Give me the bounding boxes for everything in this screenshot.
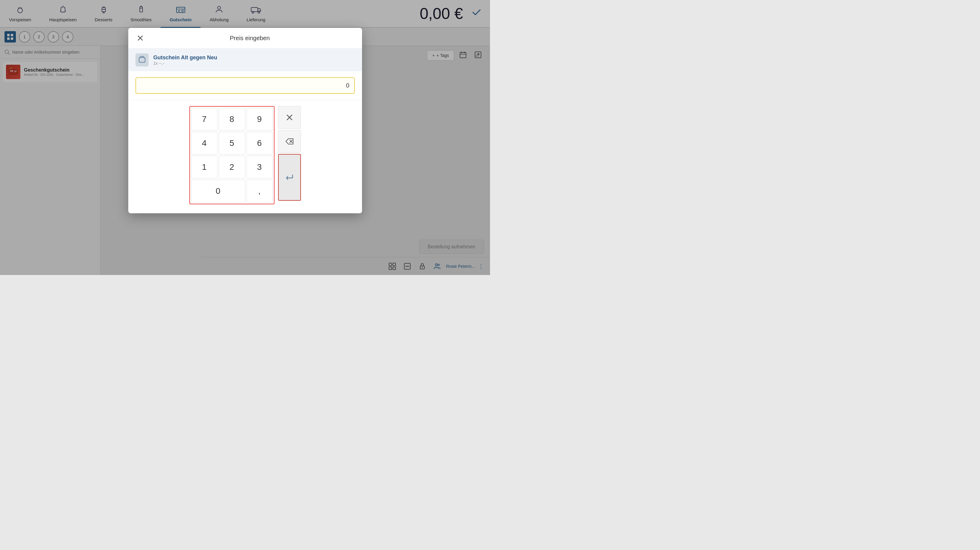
svg-rect-49 xyxy=(139,57,145,62)
price-input-modal: Preis eingeben Gutschein Alt gegen Neu 1… xyxy=(128,28,362,213)
modal-product-row: Gutschein Alt gegen Neu 1x --,- xyxy=(128,49,362,71)
numpad-5[interactable]: 5 xyxy=(219,132,245,154)
side-buttons xyxy=(278,106,301,204)
modal-title: Preis eingeben xyxy=(145,35,355,41)
numpad-area: 7 8 9 4 5 6 1 2 3 0 , xyxy=(128,100,362,213)
modal-product-info: Gutschein Alt gegen Neu 1x --,- xyxy=(153,54,217,65)
modal-header: Preis eingeben xyxy=(128,28,362,49)
modal-product-icon xyxy=(135,53,149,67)
numpad-grid: 7 8 9 4 5 6 1 2 3 0 , xyxy=(189,106,275,204)
numpad-6[interactable]: 6 xyxy=(247,132,273,154)
numpad-8[interactable]: 8 xyxy=(219,108,245,130)
numpad-1[interactable]: 1 xyxy=(191,156,218,178)
numpad-0[interactable]: 0 xyxy=(191,180,245,202)
numpad-9[interactable]: 9 xyxy=(247,108,273,130)
backspace-button[interactable] xyxy=(278,130,301,153)
modal-overlay: Preis eingeben Gutschein Alt gegen Neu 1… xyxy=(0,0,490,275)
modal-product-name: Gutschein Alt gegen Neu xyxy=(153,54,217,61)
modal-close-button[interactable] xyxy=(135,33,145,43)
numpad-2[interactable]: 2 xyxy=(219,156,245,178)
numpad-7[interactable]: 7 xyxy=(191,108,218,130)
enter-button[interactable] xyxy=(278,154,301,201)
numpad-3[interactable]: 3 xyxy=(247,156,273,178)
modal-input-area xyxy=(128,71,362,100)
clear-button[interactable] xyxy=(278,106,301,129)
numpad-comma[interactable]: , xyxy=(247,180,273,202)
numpad-4[interactable]: 4 xyxy=(191,132,218,154)
modal-product-qty: 1x --,- xyxy=(153,61,217,65)
price-input-field[interactable] xyxy=(135,77,355,94)
